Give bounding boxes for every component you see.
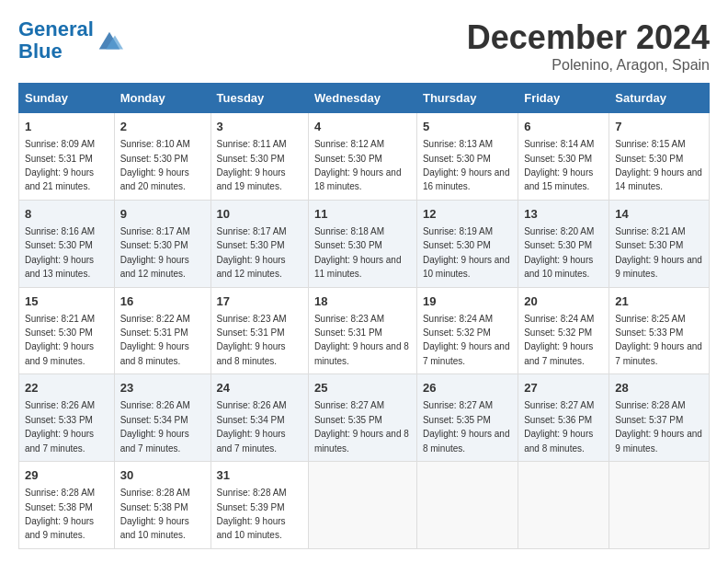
calendar-cell: 16Sunrise: 8:22 AMSunset: 5:31 PMDayligh…	[114, 287, 210, 374]
calendar-cell: 17Sunrise: 8:23 AMSunset: 5:31 PMDayligh…	[210, 287, 308, 374]
day-number: 3	[217, 119, 302, 135]
day-info: Sunrise: 8:17 AMSunset: 5:30 PMDaylight:…	[120, 226, 190, 279]
day-number: 14	[615, 206, 703, 223]
day-info: Sunrise: 8:23 AMSunset: 5:31 PMDaylight:…	[314, 314, 409, 366]
day-info: Sunrise: 8:21 AMSunset: 5:30 PMDaylight:…	[25, 314, 95, 366]
day-info: Sunrise: 8:17 AMSunset: 5:30 PMDaylight:…	[217, 226, 287, 279]
calendar-cell: 9Sunrise: 8:17 AMSunset: 5:30 PMDaylight…	[114, 200, 210, 287]
logo: GeneralBlue	[18, 18, 123, 63]
header-thursday: Thursday	[416, 84, 518, 113]
calendar-week-row: 15Sunrise: 8:21 AMSunset: 5:30 PMDayligh…	[19, 287, 710, 374]
calendar-week-row: 1Sunrise: 8:09 AMSunset: 5:31 PMDaylight…	[19, 113, 710, 201]
header-monday: Monday	[114, 84, 210, 113]
day-info: Sunrise: 8:24 AMSunset: 5:32 PMDaylight:…	[423, 314, 510, 366]
calendar-cell: 18Sunrise: 8:23 AMSunset: 5:31 PMDayligh…	[308, 287, 416, 374]
logo-text: GeneralBlue	[18, 18, 94, 63]
day-info: Sunrise: 8:23 AMSunset: 5:31 PMDaylight:…	[217, 314, 287, 366]
day-number: 27	[524, 380, 603, 396]
day-info: Sunrise: 8:26 AMSunset: 5:34 PMDaylight:…	[217, 400, 287, 453]
header-saturday: Saturday	[609, 84, 710, 113]
calendar-cell	[308, 462, 416, 549]
calendar-cell: 28Sunrise: 8:28 AMSunset: 5:37 PMDayligh…	[609, 374, 710, 462]
calendar-title: December 2024	[467, 18, 710, 57]
day-info: Sunrise: 8:15 AMSunset: 5:30 PMDaylight:…	[615, 139, 702, 191]
day-number: 2	[120, 119, 205, 135]
day-info: Sunrise: 8:28 AMSunset: 5:38 PMDaylight:…	[120, 488, 190, 540]
calendar-cell: 23Sunrise: 8:26 AMSunset: 5:34 PMDayligh…	[114, 374, 210, 462]
page-header: GeneralBlue December 2024 Polenino, Arag…	[18, 18, 710, 74]
day-info: Sunrise: 8:28 AMSunset: 5:37 PMDaylight:…	[615, 400, 702, 453]
day-info: Sunrise: 8:09 AMSunset: 5:31 PMDaylight:…	[25, 139, 95, 191]
day-number: 18	[314, 293, 411, 310]
calendar-cell: 7Sunrise: 8:15 AMSunset: 5:30 PMDaylight…	[609, 113, 710, 201]
day-info: Sunrise: 8:28 AMSunset: 5:38 PMDaylight:…	[25, 488, 95, 540]
calendar-cell: 31Sunrise: 8:28 AMSunset: 5:39 PMDayligh…	[210, 462, 308, 549]
day-number: 28	[615, 380, 703, 396]
calendar-cell: 22Sunrise: 8:26 AMSunset: 5:33 PMDayligh…	[19, 374, 115, 462]
calendar-cell: 12Sunrise: 8:19 AMSunset: 5:30 PMDayligh…	[416, 200, 518, 287]
day-info: Sunrise: 8:10 AMSunset: 5:30 PMDaylight:…	[120, 139, 190, 191]
day-number: 8	[25, 206, 108, 223]
day-number: 1	[25, 119, 108, 135]
day-info: Sunrise: 8:13 AMSunset: 5:30 PMDaylight:…	[423, 139, 510, 191]
calendar-cell: 6Sunrise: 8:14 AMSunset: 5:30 PMDaylight…	[518, 113, 609, 201]
calendar-cell: 11Sunrise: 8:18 AMSunset: 5:30 PMDayligh…	[308, 200, 416, 287]
day-info: Sunrise: 8:25 AMSunset: 5:33 PMDaylight:…	[615, 314, 702, 366]
day-number: 9	[120, 206, 205, 223]
day-info: Sunrise: 8:20 AMSunset: 5:30 PMDaylight:…	[524, 226, 594, 279]
calendar-cell: 4Sunrise: 8:12 AMSunset: 5:30 PMDaylight…	[308, 113, 416, 201]
calendar-cell: 19Sunrise: 8:24 AMSunset: 5:32 PMDayligh…	[416, 287, 518, 374]
day-number: 15	[25, 293, 108, 310]
day-number: 13	[524, 206, 603, 223]
day-number: 19	[423, 293, 512, 310]
day-info: Sunrise: 8:21 AMSunset: 5:30 PMDaylight:…	[615, 226, 702, 279]
day-info: Sunrise: 8:19 AMSunset: 5:30 PMDaylight:…	[423, 226, 510, 279]
calendar-cell: 8Sunrise: 8:16 AMSunset: 5:30 PMDaylight…	[19, 200, 115, 287]
day-info: Sunrise: 8:12 AMSunset: 5:30 PMDaylight:…	[314, 139, 402, 191]
calendar-table: Sunday Monday Tuesday Wednesday Thursday…	[18, 83, 710, 549]
calendar-cell: 20Sunrise: 8:24 AMSunset: 5:32 PMDayligh…	[518, 287, 609, 374]
calendar-cell: 25Sunrise: 8:27 AMSunset: 5:35 PMDayligh…	[308, 374, 416, 462]
calendar-cell: 3Sunrise: 8:11 AMSunset: 5:30 PMDaylight…	[210, 113, 308, 201]
day-number: 16	[120, 293, 205, 310]
day-number: 5	[423, 119, 512, 135]
calendar-week-row: 8Sunrise: 8:16 AMSunset: 5:30 PMDaylight…	[19, 200, 710, 287]
calendar-cell: 29Sunrise: 8:28 AMSunset: 5:38 PMDayligh…	[19, 462, 115, 549]
day-number: 4	[314, 119, 411, 135]
calendar-cell: 2Sunrise: 8:10 AMSunset: 5:30 PMDaylight…	[114, 113, 210, 201]
calendar-cell: 21Sunrise: 8:25 AMSunset: 5:33 PMDayligh…	[609, 287, 710, 374]
day-info: Sunrise: 8:22 AMSunset: 5:31 PMDaylight:…	[120, 314, 190, 366]
day-number: 25	[314, 380, 411, 396]
header-friday: Friday	[518, 84, 609, 113]
calendar-cell: 10Sunrise: 8:17 AMSunset: 5:30 PMDayligh…	[210, 200, 308, 287]
header-tuesday: Tuesday	[210, 84, 308, 113]
calendar-cell: 13Sunrise: 8:20 AMSunset: 5:30 PMDayligh…	[518, 200, 609, 287]
day-info: Sunrise: 8:27 AMSunset: 5:35 PMDaylight:…	[423, 400, 510, 453]
calendar-cell: 1Sunrise: 8:09 AMSunset: 5:31 PMDaylight…	[19, 113, 115, 201]
calendar-week-row: 22Sunrise: 8:26 AMSunset: 5:33 PMDayligh…	[19, 374, 710, 462]
calendar-subtitle: Polenino, Aragon, Spain	[467, 57, 710, 74]
day-info: Sunrise: 8:14 AMSunset: 5:30 PMDaylight:…	[524, 139, 594, 191]
day-number: 17	[217, 293, 302, 310]
day-info: Sunrise: 8:16 AMSunset: 5:30 PMDaylight:…	[25, 226, 95, 279]
day-info: Sunrise: 8:18 AMSunset: 5:30 PMDaylight:…	[314, 226, 402, 279]
calendar-week-row: 29Sunrise: 8:28 AMSunset: 5:38 PMDayligh…	[19, 462, 710, 549]
day-info: Sunrise: 8:11 AMSunset: 5:30 PMDaylight:…	[217, 139, 287, 191]
header-sunday: Sunday	[19, 84, 115, 113]
day-number: 10	[217, 206, 302, 223]
day-info: Sunrise: 8:26 AMSunset: 5:33 PMDaylight:…	[25, 400, 95, 453]
day-number: 7	[615, 119, 703, 135]
calendar-header-row: Sunday Monday Tuesday Wednesday Thursday…	[19, 84, 710, 113]
day-info: Sunrise: 8:26 AMSunset: 5:34 PMDaylight:…	[120, 400, 190, 453]
day-number: 20	[524, 293, 603, 310]
calendar-cell	[518, 462, 609, 549]
day-number: 6	[524, 119, 603, 135]
day-info: Sunrise: 8:27 AMSunset: 5:36 PMDaylight:…	[524, 400, 594, 453]
calendar-cell: 15Sunrise: 8:21 AMSunset: 5:30 PMDayligh…	[19, 287, 115, 374]
calendar-cell	[416, 462, 518, 549]
day-number: 31	[217, 467, 302, 484]
day-number: 22	[25, 380, 108, 396]
day-number: 26	[423, 380, 512, 396]
day-number: 29	[25, 467, 108, 484]
title-block: December 2024 Polenino, Aragon, Spain	[467, 18, 710, 74]
